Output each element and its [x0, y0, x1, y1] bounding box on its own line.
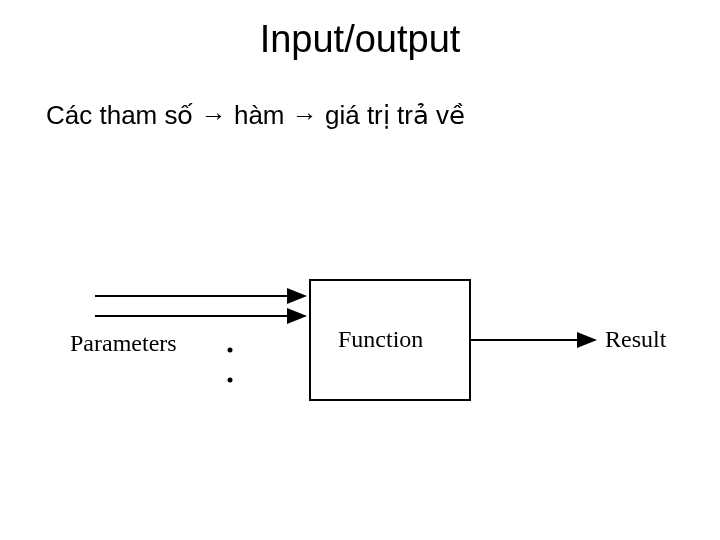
- svg-point-4: [228, 348, 233, 353]
- slide-subtitle: Các tham số → hàm → giá trị trả về: [46, 100, 465, 131]
- svg-point-5: [228, 378, 233, 383]
- slide-title: Input/output: [0, 18, 720, 61]
- function-diagram: Parameters Function Result: [40, 250, 680, 450]
- parameters-label: Parameters: [70, 330, 177, 357]
- result-label: Result: [605, 326, 666, 353]
- function-label: Function: [338, 326, 423, 353]
- slide: Input/output Các tham số → hàm → giá trị…: [0, 0, 720, 540]
